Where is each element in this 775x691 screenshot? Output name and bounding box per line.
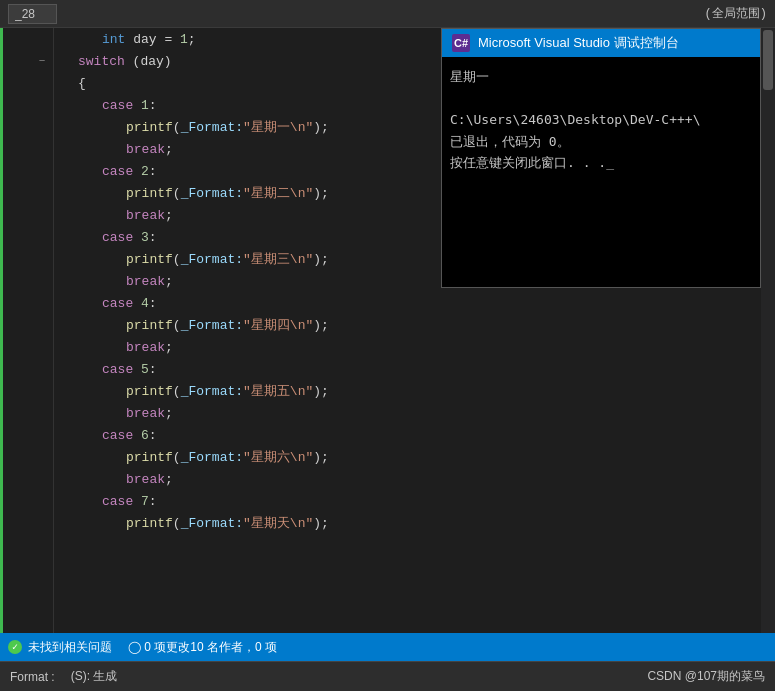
no-issues-status: ✓ 未找到相关问题: [8, 639, 112, 656]
code-line: printf ( _Format: "星期五\n" );: [54, 380, 761, 402]
code-line: case 4 :: [54, 292, 761, 314]
console-output-line: 已退出，代码为 0。: [450, 132, 752, 152]
gutter-line: [6, 336, 53, 358]
vs-console-title-text: Microsoft Visual Studio 调试控制台: [478, 34, 679, 52]
csdn-label: CSDN @107期的菜鸟: [647, 668, 765, 685]
gutter-line: [6, 28, 53, 50]
gutter-line: [6, 270, 53, 292]
gutter-line: [6, 160, 53, 182]
vs-icon: C#: [452, 34, 470, 52]
code-line: break ;: [54, 468, 761, 490]
no-issues-label: 未找到相关问题: [28, 639, 112, 656]
gutter-line: [6, 248, 53, 270]
scrollbar-thumb[interactable]: [763, 30, 773, 90]
gutter-line: [6, 204, 53, 226]
code-line: case 7 :: [54, 490, 761, 512]
status-bar: ✓ 未找到相关问题 ◯ 0 项更改10 名作者，0 项: [0, 633, 775, 661]
line-gutter: −: [6, 28, 54, 633]
gutter-line[interactable]: −: [6, 50, 53, 72]
gutter-line: [6, 314, 53, 336]
gutter-line: [6, 226, 53, 248]
build-label: (S): 生成: [71, 668, 118, 685]
code-editor[interactable]: int day = 1 ; switch (day) { case 1 :: [54, 28, 761, 633]
vs-debug-console[interactable]: C# Microsoft Visual Studio 调试控制台 星期一 C:\…: [441, 28, 761, 288]
vs-console-body: 星期一 C:\Users\24603\Desktop\DeV-C+++\ 已退出…: [442, 57, 760, 183]
scrollbar[interactable]: [761, 28, 775, 633]
gutter-line: [6, 402, 53, 424]
format-label: Format :: [10, 670, 55, 684]
console-output-line: 星期一: [450, 67, 752, 87]
git-info: ◯ 0 项更改10 名作者，0 项: [128, 639, 277, 656]
code-line: case 6 :: [54, 424, 761, 446]
gutter-line: [6, 512, 53, 534]
status-ok-icon: ✓: [8, 640, 22, 654]
gutter-line: [6, 72, 53, 94]
code-line: case 5 :: [54, 358, 761, 380]
console-output-line: 按任意键关闭此窗口. . ._: [450, 153, 752, 173]
gutter-line: [6, 446, 53, 468]
gutter-line: [6, 490, 53, 512]
top-bar: _28 (全局范围): [0, 0, 775, 28]
green-indicator: [0, 28, 3, 633]
gutter-line: [6, 380, 53, 402]
console-output-line: [450, 89, 752, 109]
collapse-button[interactable]: −: [35, 55, 49, 67]
code-line: printf ( _Format: "星期天\n" );: [54, 512, 761, 534]
code-line: printf ( _Format: "星期四\n" );: [54, 314, 761, 336]
vs-console-title-bar: C# Microsoft Visual Studio 调试控制台: [442, 29, 760, 57]
gutter-line: [6, 292, 53, 314]
gutter-line: [6, 358, 53, 380]
gutter-line: [6, 182, 53, 204]
console-output-line: C:\Users\24603\Desktop\DeV-C+++\: [450, 110, 752, 130]
scope-dropdown[interactable]: _28: [8, 4, 57, 24]
bottom-bar: Format : (S): 生成 CSDN @107期的菜鸟: [0, 661, 775, 691]
git-info-text: ◯ 0 项更改10 名作者，0 项: [128, 639, 277, 656]
gutter-line: [6, 424, 53, 446]
gutter-line: [6, 116, 53, 138]
code-line: printf ( _Format: "星期六\n" );: [54, 446, 761, 468]
code-line: break ;: [54, 402, 761, 424]
gutter-line: [6, 94, 53, 116]
gutter-line: [6, 468, 53, 490]
gutter-line: [6, 138, 53, 160]
code-line: break ;: [54, 336, 761, 358]
scope-label: (全局范围): [705, 5, 767, 22]
